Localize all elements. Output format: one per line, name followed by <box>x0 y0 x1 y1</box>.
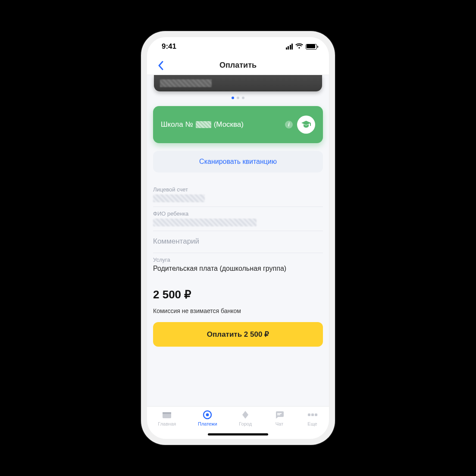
payee-title: Школа № (Москва) <box>161 120 281 129</box>
tab-payments-label: Платежи <box>198 421 217 426</box>
svg-rect-5 <box>277 414 280 415</box>
child-name-label: ФИО ребенка <box>153 210 323 217</box>
tab-more-label: Еще <box>307 421 317 426</box>
form-fields: Лицевой счет ФИО ребенка Комментарий Усл… <box>153 183 323 277</box>
tab-more[interactable]: Еще <box>307 410 318 426</box>
screen: 9:41 Оплатить <box>147 37 329 439</box>
svg-rect-4 <box>277 413 282 414</box>
payee-card[interactable]: Школа № (Москва) i <box>153 106 323 143</box>
card-pager-dots <box>153 97 323 99</box>
service-field[interactable]: Услуга Родительская плата (дошкольная гр… <box>153 253 323 277</box>
back-button[interactable] <box>152 56 169 75</box>
payee-prefix: Школа № <box>161 120 193 129</box>
nav-header: Оплатить <box>147 56 329 75</box>
child-name-value-redacted <box>153 219 257 226</box>
card-number-redacted <box>160 79 212 87</box>
wifi-icon <box>295 43 303 50</box>
tab-payments[interactable]: Платежи <box>198 410 217 426</box>
content: Школа № (Москва) i Сканировать квитанцию… <box>147 75 329 406</box>
service-value: Родительская плата (дошкольная группа) <box>153 265 323 272</box>
dot <box>242 97 244 99</box>
amount-display: 2 500 ₽ <box>153 288 323 301</box>
svg-rect-6 <box>308 413 310 416</box>
tab-city-label: Город <box>239 421 252 426</box>
scan-receipt-button[interactable]: Сканировать квитанцию <box>153 151 323 172</box>
payment-card[interactable] <box>154 75 322 91</box>
account-field[interactable]: Лицевой счет <box>153 183 323 207</box>
more-icon <box>307 410 318 420</box>
service-label: Услуга <box>153 257 323 263</box>
payee-suffix: (Москва) <box>214 120 244 129</box>
home-icon <box>161 410 172 420</box>
device-frame: 9:41 Оплатить <box>141 31 335 445</box>
home-indicator[interactable] <box>208 433 268 435</box>
cellular-icon <box>286 44 293 50</box>
dot <box>237 97 239 99</box>
tab-home-label: Главная <box>158 421 176 426</box>
comment-field[interactable]: Комментарий <box>153 231 323 253</box>
svg-rect-8 <box>315 413 317 416</box>
chat-icon <box>274 410 285 420</box>
payments-icon <box>202 410 213 420</box>
graduation-cap-icon <box>297 116 315 134</box>
svg-rect-7 <box>311 413 314 416</box>
dot-active <box>232 97 234 99</box>
account-value-redacted <box>153 194 205 202</box>
status-icons <box>286 43 317 50</box>
fee-note: Комиссия не взимается банком <box>153 307 323 314</box>
child-name-field[interactable]: ФИО ребенка <box>153 207 323 231</box>
account-label: Лицевой счет <box>153 186 323 193</box>
page-title: Оплатить <box>219 61 257 70</box>
comment-placeholder: Комментарий <box>153 235 323 248</box>
svg-point-3 <box>206 413 209 416</box>
tab-chat[interactable]: Чат <box>274 410 285 426</box>
status-bar: 9:41 <box>147 37 329 56</box>
tab-home[interactable]: Главная <box>158 410 176 426</box>
city-icon <box>240 410 251 420</box>
tab-chat-label: Чат <box>276 421 283 426</box>
payee-number-redacted <box>196 121 211 128</box>
battery-icon <box>306 44 317 50</box>
svg-rect-1 <box>163 412 171 414</box>
status-time: 9:41 <box>162 42 176 51</box>
tab-city[interactable]: Город <box>239 410 252 426</box>
info-icon[interactable]: i <box>285 121 293 128</box>
pay-button[interactable]: Оплатить 2 500 ₽ <box>153 322 323 347</box>
